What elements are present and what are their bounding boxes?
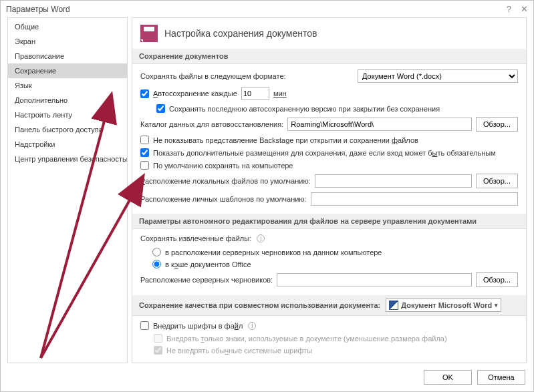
server-drafts-label: Расположение серверных черновиков: bbox=[140, 276, 273, 284]
cancel-button[interactable]: Отмена bbox=[477, 370, 525, 385]
autorecover-path[interactable] bbox=[287, 118, 472, 131]
no-sys-fonts-checkbox bbox=[154, 346, 162, 355]
embed-subset-label: Внедрять только знаки, используемые в до… bbox=[166, 335, 447, 343]
word-doc-icon bbox=[389, 301, 398, 310]
server-drafts-path[interactable] bbox=[277, 273, 472, 286]
no-backstage-label: Не показывать представление Backstage пр… bbox=[153, 136, 418, 144]
category-sidebar: Общие Экран Правописание Сохранение Язык… bbox=[7, 17, 128, 363]
format-label: Сохранять файлы в следующем формате: bbox=[140, 72, 286, 80]
keep-last-label: Сохранять последнюю автосохраненную верс… bbox=[169, 105, 440, 113]
sidebar-item-save[interactable]: Сохранение bbox=[8, 63, 127, 78]
content-pane: Настройка сохранения документов Сохранен… bbox=[132, 17, 527, 363]
section-save-docs: Сохранение документов bbox=[132, 49, 526, 64]
local-files-label: Расположение локальных файлов по умолчан… bbox=[140, 177, 311, 185]
autosave-minutes[interactable] bbox=[241, 87, 269, 100]
help-icon[interactable]: ? bbox=[507, 4, 511, 14]
help-icon[interactable]: i bbox=[257, 234, 265, 242]
sidebar-item-language[interactable]: Язык bbox=[8, 78, 127, 93]
ok-button[interactable]: OK bbox=[424, 370, 472, 385]
browse-local[interactable]: Обзор... bbox=[476, 174, 518, 188]
templates-path[interactable] bbox=[311, 192, 518, 206]
embed-fonts-checkbox[interactable] bbox=[140, 321, 149, 330]
sidebar-item-proofing[interactable]: Правописание bbox=[8, 49, 127, 63]
default-pc-label: По умолчанию сохранять на компьютере bbox=[153, 162, 293, 170]
browse-drafts[interactable]: Обзор... bbox=[476, 272, 518, 287]
sidebar-item-qat[interactable]: Панель быстрого доступа bbox=[8, 122, 127, 137]
embed-subset-checkbox bbox=[154, 334, 162, 343]
dialog-footer: OK Отмена bbox=[1, 363, 533, 391]
default-pc-checkbox[interactable] bbox=[140, 161, 149, 170]
local-files-path[interactable] bbox=[315, 174, 472, 188]
autosave-label: ААвтосохранение каждыевтосохранение кажд… bbox=[153, 89, 237, 97]
templates-label: Расположение личных шаблонов по умолчани… bbox=[140, 195, 307, 203]
save-icon bbox=[140, 25, 158, 42]
titlebar: Параметры Word ? ✕ bbox=[1, 1, 533, 17]
options-dialog: Параметры Word ? ✕ Общие Экран Правописа… bbox=[0, 0, 534, 392]
page-title: Настройка сохранения документов bbox=[164, 28, 317, 39]
keep-last-checkbox[interactable] bbox=[156, 104, 165, 113]
sidebar-item-display[interactable]: Экран bbox=[8, 34, 127, 49]
show-extra-checkbox[interactable] bbox=[140, 148, 149, 157]
section-fidelity: Сохранение качества при совместном испол… bbox=[132, 295, 526, 316]
browse-autorecover[interactable]: Обзор... bbox=[476, 117, 518, 132]
show-extra-label: Показать дополнительные размещения для с… bbox=[153, 149, 496, 157]
document-select[interactable]: Документ Microsoft Word ▾ bbox=[386, 299, 501, 312]
radio-server-drafts-label: в расположении серверных черновиков на д… bbox=[165, 248, 382, 256]
close-icon[interactable]: ✕ bbox=[521, 4, 528, 14]
section-offline: Параметры автономного редактирования для… bbox=[132, 214, 526, 229]
sidebar-item-general[interactable]: Общие bbox=[8, 19, 127, 34]
window-title: Параметры Word bbox=[6, 5, 70, 14]
extract-label: Сохранять извлеченные файлы: bbox=[140, 234, 251, 242]
sidebar-item-ribbon[interactable]: Настроить ленту bbox=[8, 108, 127, 122]
radio-server-drafts[interactable] bbox=[152, 248, 161, 256]
no-backstage-checkbox[interactable] bbox=[140, 136, 149, 144]
radio-office-cache[interactable] bbox=[152, 260, 161, 268]
help-icon[interactable]: i bbox=[248, 322, 256, 330]
chevron-down-icon: ▾ bbox=[495, 302, 498, 309]
embed-fonts-label: Внедрить шрифты в файл bbox=[153, 322, 243, 330]
sidebar-item-addins[interactable]: Надстройки bbox=[8, 137, 127, 152]
sidebar-item-advanced[interactable]: Дополнительно bbox=[8, 93, 127, 108]
sidebar-item-trust[interactable]: Центр управления безопасностью bbox=[8, 152, 127, 166]
autosave-units: мин bbox=[273, 89, 287, 97]
radio-office-cache-label: в кэше документов Office bbox=[165, 260, 251, 268]
autorecover-label: Каталог данных для автовосстановления: bbox=[140, 120, 283, 128]
format-select[interactable]: Документ Word (*.docx) bbox=[358, 69, 518, 83]
no-sys-fonts-label: Не внедрять обычные системные шрифты bbox=[166, 347, 312, 355]
autosave-checkbox[interactable] bbox=[140, 89, 149, 98]
